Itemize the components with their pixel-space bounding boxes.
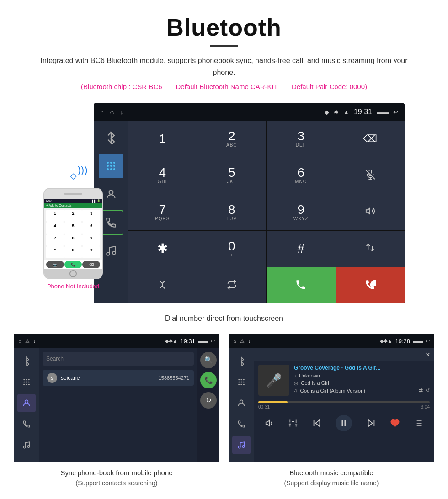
progress-bar[interactable] [258, 401, 430, 403]
svg-point-7 [110, 168, 112, 170]
phonebook-refresh-btn[interactable]: ↻ [200, 392, 217, 409]
bluetooth-icon: ⬦ [69, 166, 78, 183]
dial-key-1[interactable]: 1 [128, 121, 197, 157]
dial-num-1: 1 [159, 133, 166, 145]
battery-icon: ▬▬ [377, 109, 389, 116]
dial-letters-2: ABC [226, 143, 237, 148]
phone-call-btn[interactable]: 📞 [64, 261, 82, 268]
mini-status-right-1: ◆✱▲ 19:31 ▬▬ ↩ [165, 338, 215, 345]
playlist-btn[interactable] [414, 419, 423, 428]
volume-ctrl-btn[interactable] [265, 419, 274, 428]
svg-point-11 [112, 251, 116, 255]
music-close-btn[interactable]: ✕ [425, 351, 431, 358]
mini-contacts-sidebar-icon[interactable] [17, 394, 36, 412]
music-bt-sidebar-icon[interactable] [232, 352, 251, 370]
search-bar[interactable]: Search [43, 352, 194, 366]
back-icon[interactable]: ↩ [393, 109, 398, 116]
dial-key-mute[interactable] [336, 157, 405, 193]
dial-key-call[interactable] [267, 267, 336, 303]
dial-key-5[interactable]: 5 JKL [197, 157, 267, 193]
dial-key-volume[interactable] [336, 194, 405, 230]
svg-marker-51 [315, 420, 320, 427]
dial-key-hash[interactable]: # [267, 231, 336, 267]
music-contacts-sidebar-icon[interactable] [232, 394, 251, 412]
svg-point-37 [243, 384, 244, 385]
phone-key-2[interactable]: 2 [64, 210, 82, 222]
phone-key-7[interactable]: 7 [46, 234, 64, 246]
music-details: Groove Coverage - God Is A Gir... ♪ Unkn… [294, 365, 430, 396]
phone-key-star[interactable]: * [46, 246, 64, 258]
dial-letters-7: PQRS [155, 216, 170, 221]
page-header: Bluetooth Integrated with BC6 Bluetooth … [0, 0, 448, 103]
dial-num-star: ✱ [157, 242, 168, 255]
bluetooth-status-icon: ✱ [334, 109, 339, 116]
dial-key-merge[interactable] [128, 267, 197, 303]
mini-call-sidebar-icon[interactable] [17, 415, 36, 433]
dial-key-4[interactable]: 4 GHI [128, 157, 197, 193]
dial-key-9[interactable]: 9 WXYZ [267, 194, 336, 230]
dial-key-7[interactable]: 7 PQRS [128, 194, 197, 230]
page-specs: (Bluetooth chip : CSR BC6 Default Blueto… [27, 83, 421, 90]
phone-key-hash[interactable]: # [82, 246, 100, 258]
play-pause-btn[interactable] [336, 415, 352, 431]
music-track-name: God is a Girl (Album Version) [300, 388, 365, 393]
svg-point-3 [107, 165, 109, 167]
mini-home-icon-2[interactable]: ⌂ [233, 338, 236, 344]
dial-key-transfer[interactable] [197, 267, 267, 303]
dial-key-2[interactable]: 2 ABC [197, 121, 267, 157]
svg-point-27 [23, 446, 26, 448]
dial-key-3[interactable]: 3 DEF [267, 121, 336, 157]
favorite-btn[interactable] [390, 419, 400, 428]
phone-key-8[interactable]: 8 [64, 234, 82, 246]
dial-key-8[interactable]: 8 TUV [197, 194, 267, 230]
phone-key-5[interactable]: 5 [64, 222, 82, 234]
transfer-icon [227, 279, 237, 292]
svg-point-4 [110, 165, 112, 167]
mini-home-icon-1[interactable]: ⌂ [18, 338, 21, 344]
phone-key-9[interactable]: 9 [82, 234, 100, 246]
dial-key-star[interactable]: ✱ [128, 231, 197, 267]
prev-ctrl-btn[interactable] [312, 418, 322, 428]
eq-ctrl-btn[interactable] [288, 419, 298, 428]
page-description: Integrated with BC6 Bluetooth module, su… [37, 55, 411, 78]
music-artist-row: ♪ Unknown [294, 373, 430, 378]
phonebook-status-bar: ⌂ ⚠ ↓ ◆✱▲ 19:31 ▬▬ ↩ [14, 334, 219, 348]
phone-home-btn[interactable] [69, 270, 77, 277]
phone-key-3[interactable]: 3 [82, 210, 100, 222]
phone-key-0[interactable]: 0 [64, 246, 82, 258]
phone-key-6[interactable]: 6 [82, 222, 100, 234]
dial-key-6[interactable]: 6 MNO [267, 157, 336, 193]
dial-num-9: 9 [297, 203, 304, 216]
phone-side: ⬦ ))) M60 ▌▌ 🔋 + Add to Contacts 1 2 3 [43, 103, 103, 303]
mini-bt-sidebar-icon[interactable] [17, 352, 36, 370]
phone-key-1[interactable]: 1 [46, 210, 64, 222]
svg-point-31 [243, 379, 244, 380]
music-album: God Is a Girl [301, 380, 329, 386]
shuffle-btn[interactable]: ⇄ [419, 388, 423, 393]
contact-row[interactable]: s seicane 15885554271 [43, 370, 194, 386]
mini-back-1[interactable]: ↩ [211, 338, 215, 344]
phone-back-btn[interactable]: ⌫ [82, 261, 100, 268]
dial-key-end-call[interactable] [336, 267, 405, 303]
main-caption: Dial number direct from touchscreen [0, 314, 448, 323]
svg-point-21 [26, 382, 27, 383]
dial-key-swap[interactable] [336, 231, 405, 267]
svg-point-17 [23, 379, 25, 380]
mini-music-sidebar-icon[interactable] [17, 436, 36, 454]
contact-name: seicane [61, 375, 80, 381]
mini-dialpad-sidebar-icon[interactable] [17, 373, 36, 391]
music-call-sidebar-icon[interactable] [232, 415, 251, 433]
phonebook-search-btn[interactable]: 🔍 [200, 352, 217, 368]
phone-key-4[interactable]: 4 [46, 222, 64, 234]
dial-key-backspace[interactable]: ⌫ [336, 121, 405, 157]
phone-signal: ▌▌ 🔋 [92, 199, 100, 202]
mini-back-2[interactable]: ↩ [426, 338, 430, 344]
music-dialpad-sidebar-icon[interactable] [232, 373, 251, 391]
music-artist: Unknown [299, 373, 320, 378]
next-ctrl-btn[interactable] [366, 418, 376, 428]
dial-key-0[interactable]: 0 + [197, 231, 267, 267]
music-music-sidebar-icon[interactable] [232, 436, 251, 454]
phonebook-call-btn[interactable]: 📞 [200, 372, 217, 388]
phone-camera-btn[interactable]: 📷 [46, 261, 64, 268]
repeat-btn[interactable]: ↺ [426, 388, 430, 393]
